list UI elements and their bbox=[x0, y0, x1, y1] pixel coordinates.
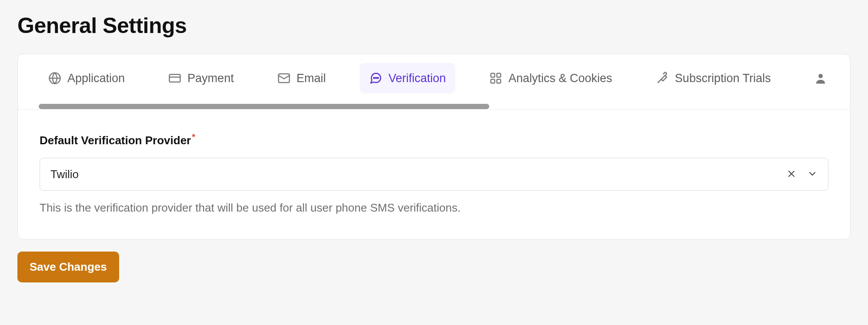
tab-application[interactable]: Application bbox=[39, 63, 134, 93]
tab-label: Email bbox=[297, 73, 326, 84]
tabs-scrollbar[interactable] bbox=[39, 102, 829, 109]
tab-analytics-cookies[interactable]: Analytics & Cookies bbox=[480, 63, 622, 93]
verification-provider-input[interactable] bbox=[50, 168, 785, 181]
dashboard-icon bbox=[489, 72, 502, 85]
svg-point-12 bbox=[818, 74, 823, 78]
tab-customer[interactable]: Customer bbox=[805, 63, 829, 93]
eyedropper-icon bbox=[656, 72, 669, 85]
tab-label: Analytics & Cookies bbox=[508, 73, 612, 84]
field-label-text: Default Verification Provider bbox=[40, 134, 191, 147]
save-bar: Save Changes bbox=[17, 252, 851, 282]
svg-rect-10 bbox=[491, 80, 495, 83]
tab-payment[interactable]: Payment bbox=[159, 63, 244, 93]
tab-label: Verification bbox=[388, 73, 446, 84]
user-icon bbox=[814, 72, 827, 85]
chat-dots-icon bbox=[369, 72, 382, 85]
svg-rect-9 bbox=[497, 73, 501, 77]
tab-label: Subscription Trials bbox=[675, 73, 771, 84]
tab-email[interactable]: Email bbox=[268, 63, 336, 93]
page-title: General Settings bbox=[17, 13, 851, 38]
settings-panel: Application Payment Email Verification bbox=[17, 54, 851, 239]
credit-card-icon bbox=[168, 72, 181, 85]
clear-button[interactable] bbox=[785, 167, 798, 182]
field-help-text: This is the verification provider that w… bbox=[40, 201, 828, 215]
close-icon bbox=[786, 169, 797, 180]
panel-body: Default Verification Provider * bbox=[18, 109, 850, 239]
envelope-icon bbox=[277, 72, 290, 85]
select-value[interactable] bbox=[50, 168, 785, 181]
svg-rect-2 bbox=[170, 74, 180, 82]
tab-subscription-trials[interactable]: Subscription Trials bbox=[646, 63, 781, 93]
verification-provider-select[interactable] bbox=[40, 158, 828, 191]
svg-point-5 bbox=[374, 77, 374, 78]
select-actions bbox=[785, 167, 819, 182]
field-default-verification-provider: Default Verification Provider * bbox=[40, 134, 828, 215]
tabs-container: Application Payment Email Verification bbox=[18, 54, 850, 109]
tab-label: Payment bbox=[187, 73, 234, 84]
chevron-down-icon bbox=[807, 169, 818, 180]
svg-point-6 bbox=[376, 77, 377, 78]
tabs-list: Application Payment Email Verification bbox=[39, 63, 829, 93]
globe-icon bbox=[48, 72, 61, 85]
svg-rect-8 bbox=[491, 73, 495, 77]
tab-label: Application bbox=[67, 73, 125, 84]
dropdown-toggle[interactable] bbox=[805, 167, 819, 182]
svg-point-7 bbox=[377, 77, 378, 78]
tab-verification[interactable]: Verification bbox=[360, 63, 455, 93]
field-label: Default Verification Provider * bbox=[40, 134, 195, 147]
svg-rect-11 bbox=[497, 80, 501, 83]
save-changes-button[interactable]: Save Changes bbox=[17, 252, 119, 282]
required-indicator: * bbox=[192, 132, 195, 142]
